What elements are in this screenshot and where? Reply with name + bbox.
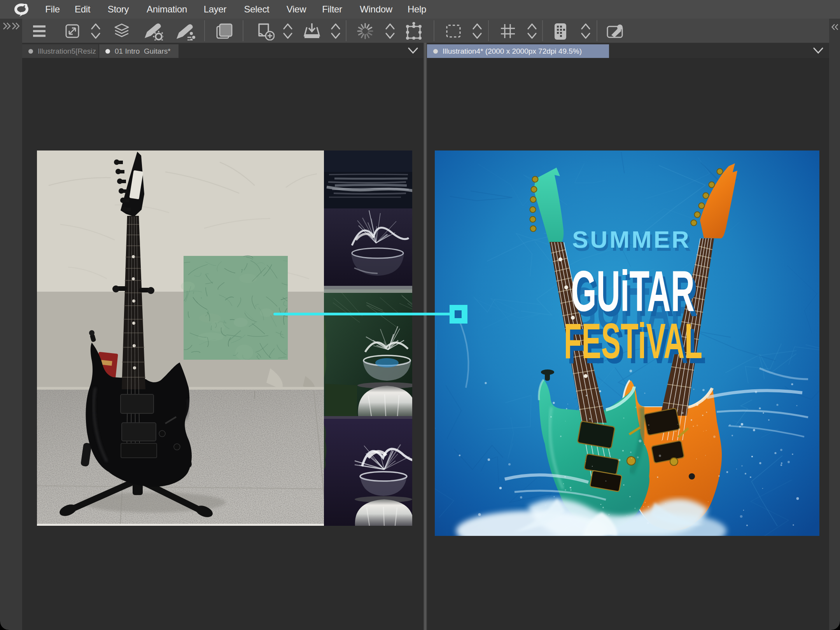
svg-text:FESTiVAL: FESTiVAL: [564, 313, 702, 369]
svg-text:SUMMER: SUMMER: [572, 226, 691, 253]
